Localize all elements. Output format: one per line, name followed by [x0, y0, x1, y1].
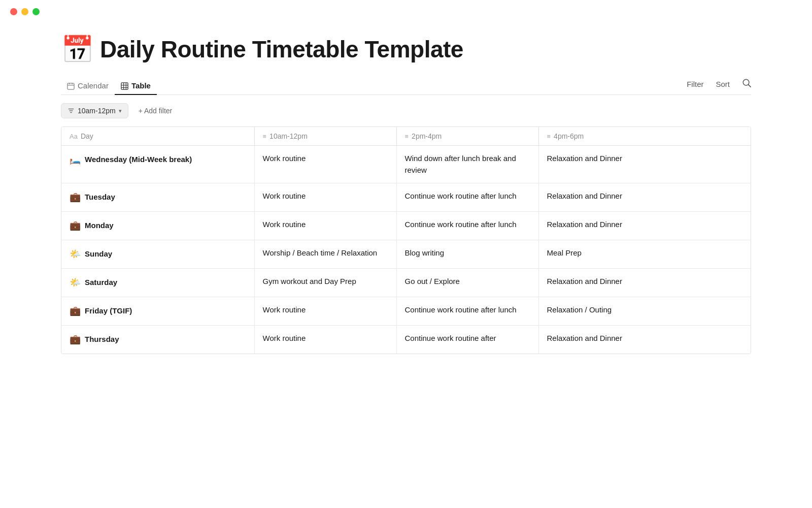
- chevron-down-icon: ▾: [119, 108, 122, 114]
- cell-4pm-2: Relaxation and Dinner: [538, 212, 751, 240]
- list-icon-4pm: ≡: [547, 133, 551, 140]
- cell-10am-1: Work routine: [254, 183, 396, 212]
- main-content: 📅 Daily Routine Timetable Template Calen…: [0, 23, 812, 374]
- col-10am-label: 10am-12pm: [269, 132, 308, 140]
- day-label-5: Friday (TGIF): [85, 305, 132, 317]
- cell-2pm-0: Wind down after lunch break and review: [396, 146, 538, 183]
- day-cell-0: 🛏️ Wednesday (Mid-Week break): [61, 146, 254, 183]
- list-icon-10am: ≡: [263, 133, 267, 140]
- sort-action[interactable]: Sort: [716, 80, 730, 88]
- search-icon[interactable]: [742, 78, 751, 89]
- filter-lines-icon: [67, 107, 75, 114]
- col-day-label: Day: [81, 132, 93, 140]
- filter-button[interactable]: 10am-12pm ▾: [61, 103, 128, 118]
- tab-calendar[interactable]: Calendar: [61, 77, 115, 95]
- right-actions: Filter Sort: [687, 78, 751, 94]
- day-emoji-0: 🛏️: [70, 153, 81, 167]
- cell-2pm-5: Continue work routine after lunch: [396, 297, 538, 326]
- table-row[interactable]: 🌤️ Sunday Worship / Beach time / Relaxat…: [61, 240, 751, 269]
- day-cell-6: 💼 Thursday: [61, 326, 254, 354]
- cell-2pm-2: Continue work routine after lunch: [396, 212, 538, 240]
- data-table: Aa Day ≡ 10am-12pm ≡ 2pm-4pm: [61, 126, 751, 354]
- cell-4pm-5: Relaxation / Outing: [538, 297, 751, 326]
- col-2pm-label: 2pm-4pm: [412, 132, 442, 140]
- day-label-4: Saturday: [85, 277, 117, 289]
- add-filter-label: + Add filter: [139, 107, 173, 115]
- day-cell-5: 💼 Friday (TGIF): [61, 297, 254, 326]
- day-emoji-3: 🌤️: [70, 247, 81, 261]
- view-row: Calendar Table Filter Sort: [61, 77, 751, 95]
- cell-10am-3: Worship / Beach time / Relaxation: [254, 240, 396, 269]
- day-label-1: Tuesday: [85, 192, 115, 203]
- cell-4pm-1: Relaxation and Dinner: [538, 183, 751, 212]
- table-row[interactable]: 💼 Thursday Work routine Continue work ro…: [61, 326, 751, 354]
- col-header-day[interactable]: Aa Day: [61, 127, 254, 146]
- calendar-icon: [67, 81, 75, 90]
- tab-table[interactable]: Table: [115, 77, 157, 95]
- cell-10am-0: Work routine: [254, 146, 396, 183]
- page-header: 📅 Daily Routine Timetable Template: [61, 36, 751, 63]
- filter-label: 10am-12pm: [78, 107, 116, 115]
- table-row[interactable]: 💼 Tuesday Work routine Continue work rou…: [61, 183, 751, 212]
- cell-10am-6: Work routine: [254, 326, 396, 354]
- svg-rect-4: [121, 83, 128, 89]
- day-emoji-6: 💼: [70, 333, 81, 346]
- col-header-10am[interactable]: ≡ 10am-12pm: [254, 127, 396, 146]
- cell-4pm-3: Meal Prep: [538, 240, 751, 269]
- cell-4pm-4: Relaxation and Dinner: [538, 269, 751, 297]
- col-header-4pm[interactable]: ≡ 4pm-6pm: [538, 127, 751, 146]
- cell-10am-4: Gym workout and Day Prep: [254, 269, 396, 297]
- day-label-2: Monday: [85, 220, 114, 232]
- cell-2pm-6: Continue work routine after: [396, 326, 538, 354]
- traffic-light-yellow[interactable]: [21, 8, 28, 15]
- svg-rect-0: [67, 83, 74, 89]
- table-header-row: Aa Day ≡ 10am-12pm ≡ 2pm-4pm: [61, 127, 751, 146]
- cell-10am-2: Work routine: [254, 212, 396, 240]
- cell-2pm-4: Go out / Explore: [396, 269, 538, 297]
- day-emoji-2: 💼: [70, 219, 81, 233]
- tab-calendar-label: Calendar: [78, 81, 109, 90]
- day-cell-1: 💼 Tuesday: [61, 183, 254, 212]
- day-cell-4: 🌤️ Saturday: [61, 269, 254, 297]
- cell-4pm-6: Relaxation and Dinner: [538, 326, 751, 354]
- list-icon-2pm: ≡: [405, 133, 409, 140]
- col-header-2pm[interactable]: ≡ 2pm-4pm: [396, 127, 538, 146]
- filter-action[interactable]: Filter: [687, 80, 703, 88]
- add-filter-button[interactable]: + Add filter: [134, 105, 177, 117]
- day-emoji-5: 💼: [70, 304, 81, 318]
- day-cell-2: 💼 Monday: [61, 212, 254, 240]
- svg-line-10: [749, 85, 751, 87]
- window-chrome: [0, 0, 812, 23]
- toolbar-left: 10am-12pm ▾ + Add filter: [61, 103, 176, 118]
- day-emoji-4: 🌤️: [70, 276, 81, 290]
- cell-4pm-0: Relaxation and Dinner: [538, 146, 751, 183]
- cell-10am-5: Work routine: [254, 297, 396, 326]
- table-row[interactable]: 🌤️ Saturday Gym workout and Day Prep Go …: [61, 269, 751, 297]
- col-4pm-label: 4pm-6pm: [554, 132, 584, 140]
- table-row[interactable]: 💼 Monday Work routine Continue work rout…: [61, 212, 751, 240]
- cell-2pm-1: Continue work routine after lunch: [396, 183, 538, 212]
- day-label-6: Thursday: [85, 334, 119, 345]
- tab-table-label: Table: [131, 81, 151, 90]
- day-cell-3: 🌤️ Sunday: [61, 240, 254, 269]
- day-emoji-1: 💼: [70, 190, 81, 204]
- table-row[interactable]: 💼 Friday (TGIF) Work routine Continue wo…: [61, 297, 751, 326]
- cell-2pm-3: Blog writing: [396, 240, 538, 269]
- toolbar: 10am-12pm ▾ + Add filter: [61, 103, 751, 118]
- traffic-light-red[interactable]: [10, 8, 17, 15]
- page-title: Daily Routine Timetable Template: [100, 36, 463, 63]
- page-icon: 📅: [61, 36, 94, 62]
- table-row[interactable]: 🛏️ Wednesday (Mid-Week break) Work routi…: [61, 146, 751, 183]
- traffic-light-green[interactable]: [32, 8, 40, 15]
- text-type-icon: Aa: [70, 133, 78, 140]
- day-label-0: Wednesday (Mid-Week break): [85, 154, 192, 166]
- table-icon: [121, 81, 128, 90]
- day-label-3: Sunday: [85, 248, 112, 260]
